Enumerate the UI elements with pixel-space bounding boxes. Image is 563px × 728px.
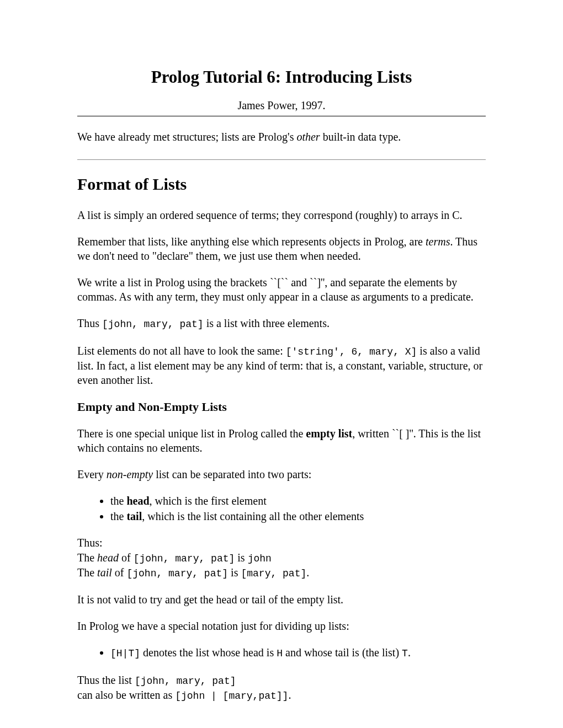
strong: tail <box>126 510 142 522</box>
text-run: We have already met structures; lists ar… <box>77 131 296 143</box>
text-run: There is one special unique list in Prol… <box>77 427 306 440</box>
text-run: Thus <box>77 317 102 329</box>
text-run: can also be written as <box>77 689 175 701</box>
code-inline: [john, mary, pat] <box>102 319 204 330</box>
paragraph: List elements do not all have to look th… <box>77 344 486 387</box>
text-run: is <box>235 552 247 564</box>
text-run: Thus the list <box>77 674 135 686</box>
emphasis: head <box>97 552 119 564</box>
code-inline: [john | [mary,pat]] <box>175 690 288 702</box>
text-run: denotes the list whose head is <box>140 646 277 659</box>
divider-under-byline <box>77 116 486 116</box>
text-run: built-in data type. <box>320 131 401 143</box>
text-run: , which is the list containing all the o… <box>142 510 364 522</box>
emphasis: other <box>296 131 320 143</box>
thus-line-head: The head of [john, mary, pat] is john <box>77 550 486 565</box>
text-run: Thus: <box>77 536 486 550</box>
thus-block: Thus: The head of [john, mary, pat] is j… <box>77 536 486 581</box>
strong: empty list <box>306 427 352 440</box>
paragraph: In Prolog we have a special notation jus… <box>77 619 486 633</box>
text-run: , which is the first element <box>150 495 267 507</box>
text-run: . <box>408 646 411 659</box>
byline: James Power, 1997. <box>77 98 486 113</box>
list-item: the head, which is the first element <box>110 494 486 508</box>
text-run: . <box>288 689 291 701</box>
text-run: Every <box>77 468 107 480</box>
text-run: The <box>77 552 97 564</box>
code-inline: [mary, pat] <box>241 568 306 579</box>
text-run: of <box>119 552 134 564</box>
paragraph: Thus [john, mary, pat] is a list with th… <box>77 316 486 331</box>
paragraph: There is one special unique list in Prol… <box>77 426 486 455</box>
text-run: the <box>110 510 126 522</box>
intro-paragraph: We have already met structures; lists ar… <box>77 130 486 144</box>
code-inline: ['string', 6, mary, X] <box>286 346 417 357</box>
bullet-list-head-tail: the head, which is the first element the… <box>77 494 486 523</box>
emphasis: tail <box>97 566 112 579</box>
text-run: of <box>112 566 127 579</box>
text-run: The <box>77 566 97 579</box>
code-inline: H <box>277 648 283 659</box>
text-run: and whose tail is (the list) <box>283 646 402 659</box>
paragraph: Remember that lists, like anything else … <box>77 234 486 263</box>
text-run: the <box>110 495 126 507</box>
thus-line-tail: The tail of [john, mary, pat] is [mary, … <box>77 565 486 580</box>
text-run: is a list with three elements. <box>204 317 330 329</box>
text-run: Remember that lists, like anything else … <box>77 235 426 248</box>
emphasis: non-empty <box>107 468 153 480</box>
list-item: the tail, which is the list containing a… <box>110 509 486 523</box>
code-inline: [john, mary, pat] <box>135 676 236 687</box>
subsection-heading-empty: Empty and Non-Empty Lists <box>77 399 486 415</box>
paragraph: We write a list in Prolog using the brac… <box>77 275 486 304</box>
text-run: . <box>306 566 309 579</box>
code-inline: john <box>248 553 272 564</box>
paragraph: Every non-empty list can be separated in… <box>77 467 486 481</box>
divider <box>77 159 486 160</box>
paragraph: Thus the list [john, mary, pat] can also… <box>77 673 486 703</box>
section-heading-format: Format of Lists <box>77 173 486 195</box>
code-inline: [H|T] <box>110 648 140 659</box>
text-run: is <box>228 566 241 579</box>
bullet-list-ht: [H|T] denotes the list whose head is H a… <box>77 645 486 660</box>
code-inline: [john, mary, pat] <box>126 568 228 579</box>
paragraph: A list is simply an ordered sequence of … <box>77 208 486 222</box>
code-inline: T <box>402 648 408 659</box>
emphasis: terms <box>426 235 450 248</box>
strong: head <box>126 495 149 507</box>
page-title: Prolog Tutorial 6: Introducing Lists <box>77 66 486 88</box>
text-run: List elements do not all have to look th… <box>77 345 286 357</box>
list-item: [H|T] denotes the list whose head is H a… <box>110 645 486 660</box>
text-run: list can be separated into two parts: <box>153 468 311 480</box>
paragraph: It is not valid to try and get the head … <box>77 592 486 607</box>
code-inline: [john, mary, pat] <box>134 553 235 564</box>
